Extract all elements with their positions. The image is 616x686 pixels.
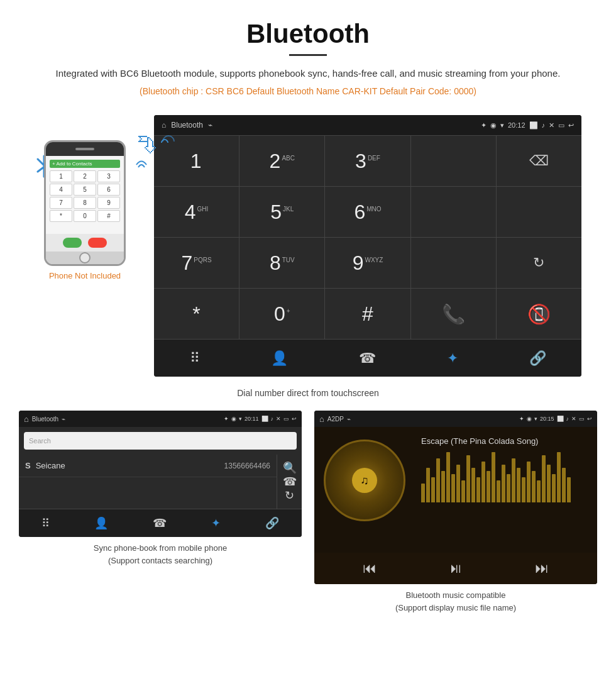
dial-key-3[interactable]: 3DEF: [325, 136, 410, 186]
time-display: 20:12: [508, 121, 525, 129]
contact-item[interactable]: S Seicane 13566664466: [19, 455, 277, 477]
camera-icon[interactable]: ⬜: [529, 121, 538, 130]
contacts-icon[interactable]: 👤: [271, 350, 288, 367]
music-time: 20:15: [540, 416, 554, 422]
pb-keypad-icon[interactable]: ⠿: [41, 516, 50, 530]
pb-back[interactable]: ↩: [292, 416, 297, 422]
phone-home: [46, 252, 124, 264]
phone-call-btn[interactable]: [63, 238, 82, 248]
prev-track-btn[interactable]: ⏮: [363, 560, 377, 577]
pb-vol[interactable]: ♪: [271, 416, 274, 422]
pb-home-icon[interactable]: ⌂: [24, 414, 29, 424]
title-divider: [289, 54, 327, 56]
pb-contacts-icon[interactable]: 👤: [94, 516, 108, 530]
dial-screen: ⌂ Bluetooth ⌁ ✦ ◉ ▾ 20:12 ⬜ ♪ ✕ ▭ ↩: [154, 115, 581, 377]
dial-bottom-bar: ⠿ 👤 ☎ ✦ 🔗: [154, 339, 581, 377]
pb-signal: ▾: [239, 416, 242, 422]
reload-icon[interactable]: ↻: [285, 489, 294, 502]
dial-key-star[interactable]: *: [154, 289, 239, 339]
dial-key-0[interactable]: 0+: [239, 289, 324, 339]
dial-empty-2: [411, 187, 496, 237]
dial-key-2[interactable]: 2ABC: [239, 136, 324, 186]
main-content: ⮷: [0, 115, 616, 620]
phone-end-btn[interactable]: [88, 238, 107, 248]
dial-empty-3: [497, 187, 581, 237]
dial-key-7[interactable]: 7PQRS: [154, 238, 239, 288]
pb-link-icon[interactable]: 🔗: [265, 516, 279, 530]
music-screen-icon[interactable]: ▭: [579, 416, 585, 422]
pb-screen[interactable]: ▭: [283, 416, 289, 422]
search-input[interactable]: Search: [24, 432, 297, 450]
call-icon[interactable]: ☎: [283, 475, 297, 489]
pb-x[interactable]: ✕: [276, 416, 281, 422]
phone-add-contacts: + Add to Contacts: [50, 160, 120, 168]
dial-statusbar: ⌂ Bluetooth ⌁ ✦ ◉ ▾ 20:12 ⬜ ♪ ✕ ▭ ↩: [154, 115, 581, 135]
contact-name: Seicane: [36, 461, 219, 470]
title-section: Bluetooth Integrated with BC6 Bluetooth …: [0, 0, 616, 115]
phone-not-included-label: Phone Not Included: [49, 271, 121, 280]
music-body: ♫ Escape (The Pina Colada Song): [314, 427, 597, 553]
music-back[interactable]: ↩: [587, 416, 592, 422]
specs-line: (Bluetooth chip : CSR BC6 Default Blueto…: [0, 86, 616, 96]
music-screen: ⌂ A2DP ⌁ ✦ ◉ ▾ 20:15 ⬜ ♪ ✕ ▭ ↩: [314, 411, 597, 584]
dial-call-end[interactable]: 📵: [497, 289, 581, 339]
dial-call-green[interactable]: 📞: [411, 289, 496, 339]
back-icon[interactable]: ↩: [568, 121, 574, 130]
dial-backspace[interactable]: ⌫: [497, 136, 581, 186]
phone-bottom: [46, 234, 124, 252]
link-icon[interactable]: 🔗: [529, 350, 546, 367]
search-icon[interactable]: 🔍: [283, 461, 297, 475]
music-x[interactable]: ✕: [571, 416, 576, 422]
pb-cam[interactable]: ⬜: [261, 416, 268, 422]
keypad-icon[interactable]: ⠿: [190, 350, 200, 367]
music-screen-container: ⌂ A2DP ⌁ ✦ ◉ ▾ 20:15 ⬜ ♪ ✕ ▭ ↩: [314, 411, 597, 614]
next-track-btn[interactable]: ⏭: [535, 560, 549, 577]
home-icon[interactable]: ⌂: [162, 121, 166, 130]
pb-time: 20:11: [245, 416, 259, 422]
dial-key-8[interactable]: 8TUV: [239, 238, 324, 288]
screen-icon[interactable]: ▭: [558, 121, 564, 130]
phone-mockup-container: ⮷: [35, 115, 135, 280]
music-cam[interactable]: ⬜: [557, 416, 564, 422]
play-pause-btn[interactable]: ⏯: [449, 560, 463, 577]
pb-phone-icon[interactable]: ☎: [153, 516, 167, 530]
dial-key-6[interactable]: 6MNO: [325, 187, 410, 237]
music-statusbar-right: ✦ ◉ ▾ 20:15 ⬜ ♪ ✕ ▭ ↩: [519, 416, 592, 422]
signal-icon: ▾: [500, 121, 504, 130]
bluetooth-icon-bar[interactable]: ✦: [447, 350, 458, 367]
music-usb-icon: ⌁: [347, 416, 351, 423]
bluetooth-icon: ⮷: [137, 134, 157, 157]
phone-header: [46, 142, 124, 156]
music-controls: ⏮ ⏯ ⏭: [314, 553, 597, 584]
phone-mockup: + Add to Contacts 123 456 789 *0#: [44, 140, 126, 266]
album-art-inner: ♫: [352, 468, 377, 493]
statusbar-left: ⌂ Bluetooth ⌁: [162, 121, 212, 130]
phone-screen: + Add to Contacts 123 456 789 *0#: [46, 156, 124, 234]
pb-loc-icon: ◉: [231, 416, 236, 422]
music-home-icon[interactable]: ⌂: [319, 414, 324, 424]
phone-home-btn[interactable]: [79, 252, 91, 263]
dial-key-9[interactable]: 9WXYZ: [325, 238, 410, 288]
pb-bt-bar-icon[interactable]: ✦: [211, 516, 221, 530]
phonebook-content: S Seicane 13566664466 🔍 ☎ ↻: [19, 455, 302, 509]
contact-letter: S: [25, 461, 31, 470]
music-vol[interactable]: ♪: [566, 416, 569, 422]
dial-key-5[interactable]: 5JKL: [239, 187, 324, 237]
phone-icon[interactable]: ☎: [359, 350, 376, 367]
phonebook-statusbar: ⌂ Bluetooth ⌁ ✦ ◉ ▾ 20:11 ⬜ ♪ ✕ ▭ ↩: [19, 411, 302, 427]
music-statusbar: ⌂ A2DP ⌁ ✦ ◉ ▾ 20:15 ⬜ ♪ ✕ ▭ ↩: [314, 411, 597, 427]
dial-key-hash[interactable]: #: [325, 289, 410, 339]
song-title: Escape (The Pina Colada Song): [421, 436, 591, 446]
dial-key-4[interactable]: 4GHI: [154, 187, 239, 237]
x-icon[interactable]: ✕: [549, 121, 554, 130]
pb-statusbar-right: ✦ ◉ ▾ 20:11 ⬜ ♪ ✕ ▭ ↩: [224, 416, 297, 422]
phonebook-right-sidebar: 🔍 ☎ ↻: [277, 455, 302, 509]
dial-refresh[interactable]: ↻: [497, 238, 581, 288]
page-title: Bluetooth: [0, 19, 616, 49]
dial-caption: Dial number direct from touchscreen: [237, 388, 379, 398]
volume-icon[interactable]: ♪: [542, 121, 546, 129]
phonebook-screen-container: ⌂ Bluetooth ⌁ ✦ ◉ ▾ 20:11 ⬜ ♪ ✕ ▭ ↩: [19, 411, 302, 614]
pb-title: Bluetooth: [32, 416, 58, 423]
statusbar-right: ✦ ◉ ▾ 20:12 ⬜ ♪ ✕ ▭ ↩: [481, 121, 574, 130]
pb-usb-icon: ⌁: [62, 416, 65, 423]
